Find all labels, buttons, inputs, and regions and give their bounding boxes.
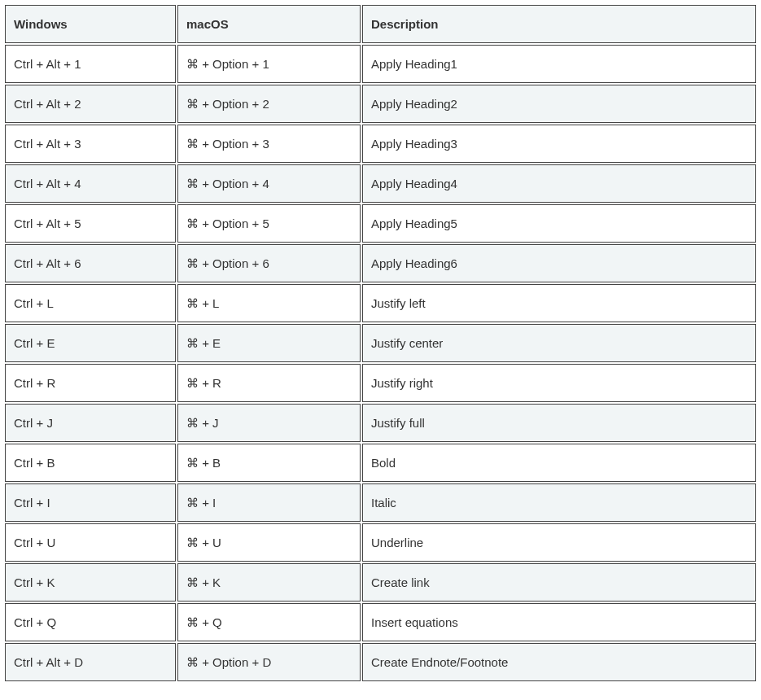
cell-macos: ⌘ + R — [177, 364, 361, 402]
table-row: Ctrl + Alt + D⌘ + Option + DCreate Endno… — [5, 643, 756, 681]
cell-macos: ⌘ + L — [177, 284, 361, 322]
cell-windows: Ctrl + J — [5, 404, 176, 442]
cell-windows: Ctrl + Alt + 4 — [5, 164, 176, 203]
cell-macos: ⌘ + Option + 1 — [177, 45, 361, 83]
cell-description: Justify center — [362, 324, 756, 362]
cell-macos: ⌘ + U — [177, 523, 361, 562]
cell-windows: Ctrl + R — [5, 364, 176, 402]
cell-description: Justify left — [362, 284, 756, 322]
cell-macos: ⌘ + Option + 3 — [177, 125, 361, 163]
cell-windows: Ctrl + K — [5, 563, 176, 602]
cell-macos: ⌘ + Option + 5 — [177, 204, 361, 243]
table-row: Ctrl + E⌘ + EJustify center — [5, 324, 756, 362]
table-header-row: Windows macOS Description — [5, 5, 756, 43]
cell-windows: Ctrl + I — [5, 483, 176, 522]
table-row: Ctrl + Alt + 3⌘ + Option + 3Apply Headin… — [5, 125, 756, 163]
cell-description: Apply Heading5 — [362, 204, 756, 243]
cell-macos: ⌘ + Option + D — [177, 643, 361, 681]
cell-macos: ⌘ + B — [177, 444, 361, 482]
table-row: Ctrl + Q⌘ + QInsert equations — [5, 603, 756, 641]
cell-description: Create link — [362, 563, 756, 602]
table-row: Ctrl + K⌘ + KCreate link — [5, 563, 756, 602]
cell-windows: Ctrl + Alt + 6 — [5, 244, 176, 282]
cell-windows: Ctrl + Alt + 5 — [5, 204, 176, 243]
cell-description: Justify full — [362, 404, 756, 442]
table-row: Ctrl + R⌘ + RJustify right — [5, 364, 756, 402]
cell-macos: ⌘ + Option + 6 — [177, 244, 361, 282]
cell-description: Apply Heading4 — [362, 164, 756, 203]
cell-description: Insert equations — [362, 603, 756, 641]
cell-description: Justify right — [362, 364, 756, 402]
table-row: Ctrl + J⌘ + JJustify full — [5, 404, 756, 442]
cell-windows: Ctrl + Q — [5, 603, 176, 641]
table-row: Ctrl + Alt + 6⌘ + Option + 6Apply Headin… — [5, 244, 756, 282]
cell-windows: Ctrl + Alt + 2 — [5, 85, 176, 123]
cell-description: Apply Heading3 — [362, 125, 756, 163]
cell-description: Apply Heading6 — [362, 244, 756, 282]
cell-macos: ⌘ + J — [177, 404, 361, 442]
header-windows: Windows — [5, 5, 176, 43]
cell-macos: ⌘ + Q — [177, 603, 361, 641]
cell-windows: Ctrl + E — [5, 324, 176, 362]
cell-macos: ⌘ + I — [177, 483, 361, 522]
cell-windows: Ctrl + Alt + 3 — [5, 125, 176, 163]
cell-windows: Ctrl + Alt + D — [5, 643, 176, 681]
cell-macos: ⌘ + E — [177, 324, 361, 362]
table-row: Ctrl + Alt + 1⌘ + Option + 1Apply Headin… — [5, 45, 756, 83]
table-row: Ctrl + L⌘ + LJustify left — [5, 284, 756, 322]
table-row: Ctrl + U⌘ + UUnderline — [5, 523, 756, 562]
cell-description: Bold — [362, 444, 756, 482]
shortcuts-table: Windows macOS Description Ctrl + Alt + 1… — [3, 3, 758, 683]
cell-description: Italic — [362, 483, 756, 522]
cell-windows: Ctrl + U — [5, 523, 176, 562]
cell-description: Underline — [362, 523, 756, 562]
table-row: Ctrl + B⌘ + BBold — [5, 444, 756, 482]
table-row: Ctrl + I⌘ + IItalic — [5, 483, 756, 522]
cell-windows: Ctrl + L — [5, 284, 176, 322]
cell-description: Apply Heading1 — [362, 45, 756, 83]
table-row: Ctrl + Alt + 5⌘ + Option + 5Apply Headin… — [5, 204, 756, 243]
table-row: Ctrl + Alt + 2⌘ + Option + 2Apply Headin… — [5, 85, 756, 123]
cell-macos: ⌘ + K — [177, 563, 361, 602]
cell-macos: ⌘ + Option + 4 — [177, 164, 361, 203]
table-row: Ctrl + Alt + 4⌘ + Option + 4Apply Headin… — [5, 164, 756, 203]
cell-description: Apply Heading2 — [362, 85, 756, 123]
cell-description: Create Endnote/Footnote — [362, 643, 756, 681]
cell-macos: ⌘ + Option + 2 — [177, 85, 361, 123]
cell-windows: Ctrl + Alt + 1 — [5, 45, 176, 83]
header-description: Description — [362, 5, 756, 43]
header-macos: macOS — [177, 5, 361, 43]
cell-windows: Ctrl + B — [5, 444, 176, 482]
